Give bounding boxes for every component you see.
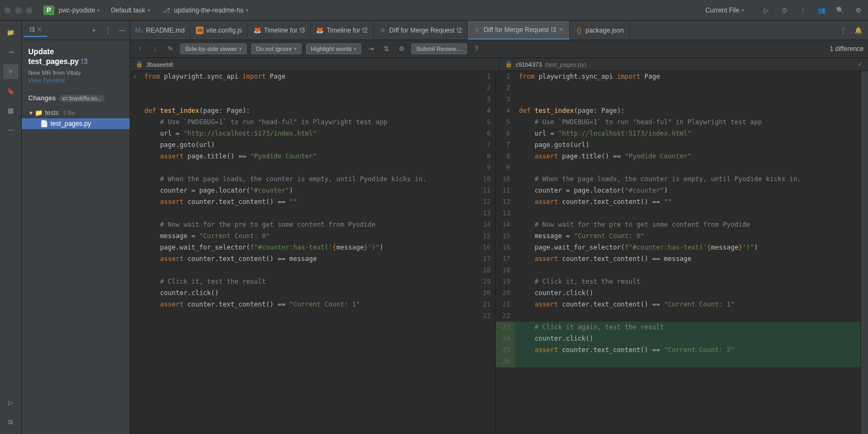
submit-review-button[interactable]: Submit Review… bbox=[411, 43, 467, 54]
code-text bbox=[515, 310, 861, 322]
view-timeline-link[interactable]: View Timeline bbox=[28, 77, 123, 84]
editor-tab[interactable]: 🦊Timeline for !3 bbox=[248, 21, 311, 40]
run-tool-button[interactable]: ▷ bbox=[3, 395, 18, 410]
code-text bbox=[515, 208, 861, 219]
collapse-icon[interactable]: — bbox=[117, 25, 127, 36]
mr-title-line1: Update bbox=[28, 47, 54, 56]
check-gutter bbox=[130, 196, 140, 208]
tree-folder-tests[interactable]: ▾ 📁 tests 1 file bbox=[22, 107, 130, 118]
more-tool-button[interactable]: ⋯ bbox=[3, 123, 18, 138]
code-line: 10 # When the page loads, the counter is… bbox=[496, 174, 861, 185]
check-gutter bbox=[130, 82, 140, 94]
tab-list-icon[interactable]: ⋮ bbox=[838, 25, 848, 36]
check-gutter bbox=[130, 139, 140, 151]
code-text: assert page.title() == "Pyodide Counter" bbox=[515, 151, 861, 162]
code-text: # Now wait for the pre to get some conte… bbox=[140, 219, 476, 231]
debug-button[interactable]: ⊙ bbox=[779, 5, 790, 16]
code-line: 19 # Click it, test the result bbox=[496, 276, 861, 288]
branch-selector[interactable]: ⎇ updating-the-readme-hs ▾ bbox=[159, 4, 251, 17]
highlight-mode-label: Highlight words bbox=[311, 46, 352, 52]
editor-tab[interactable]: JSvite.config.js bbox=[190, 21, 248, 40]
sync-scroll-icon[interactable]: ⇅ bbox=[381, 43, 392, 54]
more-icon[interactable]: ⋮ bbox=[103, 25, 113, 36]
structure-tool-button[interactable]: ▦ bbox=[3, 103, 18, 118]
run-config-selector[interactable]: Current File ▾ bbox=[703, 5, 746, 15]
line-number: 17 bbox=[496, 253, 515, 265]
ignore-mode-dropdown[interactable]: Do not ignore ▾ bbox=[251, 43, 302, 54]
diff-pane: ✓from playwright.sync_api import Page123… bbox=[130, 71, 868, 434]
line-number: 4 bbox=[476, 105, 495, 117]
run-config-label: Current File bbox=[705, 7, 739, 14]
diff-toolbar: ↑ ↓ ✎ Side-by-side viewer ▾ Do not ignor… bbox=[130, 40, 868, 58]
code-line: 13 bbox=[496, 208, 861, 219]
code-text bbox=[140, 82, 476, 94]
next-change-icon[interactable]: ↓ bbox=[150, 43, 161, 54]
line-number: 15 bbox=[496, 231, 515, 242]
code-line: 3 bbox=[496, 94, 861, 105]
task-selector[interactable]: Default task ▾ bbox=[108, 5, 152, 15]
code-right[interactable]: 1from playwright.sync_api import Page234… bbox=[496, 71, 861, 434]
editor-tab[interactable]: ≡Diff for Merge Request !3✕ bbox=[468, 21, 570, 40]
code-text: assert counter.text_content() == message bbox=[515, 253, 861, 265]
more-actions-button[interactable]: ⋮ bbox=[797, 5, 808, 16]
chevron-down-icon: ▾ bbox=[97, 8, 100, 13]
code-line: # Now wait for the pre to get some conte… bbox=[130, 219, 495, 231]
line-number: 21 bbox=[476, 299, 495, 310]
line-number: 24 bbox=[496, 333, 515, 344]
code-text: # Click it, test the result bbox=[515, 276, 861, 288]
close-icon[interactable]: ✕ bbox=[37, 26, 42, 33]
line-number: 11 bbox=[476, 185, 495, 196]
check-icon[interactable]: ✓ bbox=[858, 61, 863, 68]
viewer-mode-dropdown[interactable]: Side-by-side viewer ▾ bbox=[180, 43, 247, 54]
close-icon[interactable]: ✕ bbox=[559, 26, 564, 33]
code-line: 22 bbox=[130, 310, 495, 322]
highlight-mode-dropdown[interactable]: Highlight words ▾ bbox=[306, 43, 361, 54]
code-text bbox=[515, 265, 861, 276]
code-text bbox=[515, 356, 861, 367]
project-selector[interactable]: P pwc-pyodide ▾ bbox=[41, 4, 102, 16]
code-line: 25 assert counter.text_content() == "Cur… bbox=[496, 344, 861, 356]
bookmarks-tool-button[interactable]: 🔖 bbox=[3, 84, 18, 99]
traffic-light-max[interactable] bbox=[26, 7, 33, 14]
file-tree: ▾ 📁 tests 1 file 📄 test_pages.py bbox=[22, 105, 130, 131]
md-icon: M↓ bbox=[136, 27, 143, 34]
code-text: page.wait_for_selector(f"#counter:has-te… bbox=[515, 242, 861, 253]
editor-tab[interactable]: {}package.json bbox=[570, 21, 630, 40]
chevron-down-icon: ▾ bbox=[294, 46, 297, 52]
notifications-icon[interactable]: 🔔 bbox=[853, 25, 864, 36]
run-button[interactable]: ▷ bbox=[761, 5, 771, 16]
settings-icon[interactable]: ⚙ bbox=[853, 5, 864, 16]
right-commit-hash: c91b4373 bbox=[516, 61, 542, 68]
mr-title-line2: test_pages.py bbox=[28, 57, 79, 66]
project-tool-button[interactable]: 📁 bbox=[3, 25, 18, 40]
lock-icon: 🔒 bbox=[136, 61, 143, 68]
mr-author: New MR from Vitaly bbox=[28, 69, 123, 76]
traffic-light-close[interactable] bbox=[4, 7, 11, 14]
editor-tab[interactable]: M↓README.md bbox=[130, 21, 190, 40]
line-number: 17 bbox=[476, 253, 495, 265]
search-icon[interactable]: 🔍 bbox=[834, 5, 845, 16]
prev-change-icon[interactable]: ↑ bbox=[135, 43, 145, 54]
code-with-me-icon[interactable]: 👥 bbox=[816, 5, 827, 16]
line-number: 21 bbox=[496, 299, 515, 310]
help-icon[interactable]: ? bbox=[471, 43, 482, 54]
settings-icon[interactable]: ⚙ bbox=[396, 43, 407, 54]
terminal-tool-button[interactable]: ⧉ bbox=[3, 414, 18, 430]
traffic-light-min[interactable] bbox=[15, 7, 22, 14]
commit-tool-button[interactable]: ⊸ bbox=[3, 44, 18, 60]
edit-icon[interactable]: ✎ bbox=[165, 43, 176, 54]
folder-icon: 📁 bbox=[35, 109, 43, 117]
branch-tag[interactable]: 🏷 bravit/fix-so... bbox=[59, 95, 105, 102]
editor-tab[interactable]: ≡Diff for Merge Request !2 bbox=[374, 21, 468, 40]
chevron-down-icon[interactable]: ▾ bbox=[88, 25, 99, 36]
editor-tab[interactable]: 🦊Timeline for !2 bbox=[311, 21, 374, 40]
sidebar-tab-mr3[interactable]: !3 ✕ bbox=[24, 24, 47, 37]
collapse-unchanged-icon[interactable]: ⇥ bbox=[366, 43, 376, 54]
scrollbar[interactable] bbox=[860, 71, 868, 434]
merge-request-tool-button[interactable]: ⑂ bbox=[3, 64, 18, 79]
mr-title-id: !3 bbox=[81, 57, 87, 66]
code-left[interactable]: ✓from playwright.sync_api import Page123… bbox=[130, 71, 495, 434]
code-text: def test_index(page: Page): bbox=[140, 105, 476, 117]
check-gutter bbox=[130, 94, 140, 105]
tree-file-test-pages[interactable]: 📄 test_pages.py bbox=[22, 118, 130, 129]
